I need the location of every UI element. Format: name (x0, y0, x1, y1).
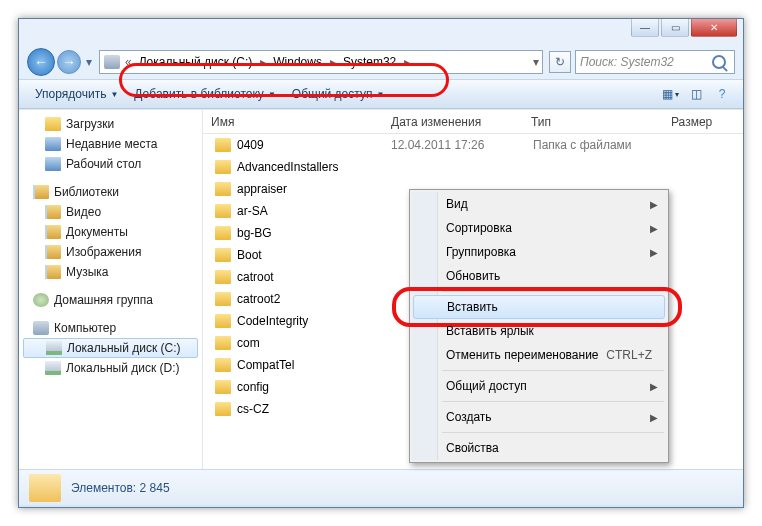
column-date[interactable]: Дата изменения (383, 115, 523, 129)
ctx-new[interactable]: Создать▶ (412, 405, 666, 429)
ctx-undo-rename[interactable]: Отменить переименованиеCTRL+Z (412, 343, 666, 367)
library-icon (45, 245, 61, 259)
chevron-right-icon[interactable]: ▸ (327, 55, 339, 69)
breadcrumb-overflow[interactable]: « (122, 55, 135, 69)
file-name: config (237, 380, 269, 394)
folder-large-icon (29, 474, 61, 502)
context-separator (442, 432, 664, 433)
ctx-properties[interactable]: Свойства (412, 436, 666, 460)
minimize-button[interactable]: — (631, 19, 659, 37)
sidebar-homegroup[interactable]: Домашняя группа (19, 290, 202, 310)
homegroup-icon (33, 293, 49, 307)
navigation-bar: ← → ▾ « Локальный диск (C:) ▸ Windows ▸ … (19, 45, 743, 79)
folder-icon (215, 358, 231, 372)
file-name: cs-CZ (237, 402, 269, 416)
sidebar-videos[interactable]: Видео (19, 202, 202, 222)
column-name[interactable]: Имя (203, 115, 383, 129)
submenu-arrow-icon: ▶ (650, 199, 658, 210)
folder-icon (215, 314, 231, 328)
drive-icon (46, 341, 62, 355)
nav-forward-button[interactable]: → (57, 50, 81, 74)
ctx-sort[interactable]: Сортировка▶ (412, 216, 666, 240)
submenu-arrow-icon: ▶ (650, 381, 658, 392)
maximize-button[interactable]: ▭ (661, 19, 689, 37)
share-menu[interactable]: Общий доступ▼ (284, 80, 393, 108)
sidebar-pictures[interactable]: Изображения (19, 242, 202, 262)
search-icon (712, 55, 726, 69)
folder-icon (215, 336, 231, 350)
navigation-sidebar: Загрузки Недавние места Рабочий стол Биб… (19, 110, 203, 469)
sidebar-computer[interactable]: Компьютер (19, 318, 202, 338)
library-icon (45, 265, 61, 279)
file-name: catroot (237, 270, 274, 284)
folder-icon (215, 160, 231, 174)
folder-icon (215, 182, 231, 196)
folder-icon (215, 204, 231, 218)
context-menu: Вид▶ Сортировка▶ Группировка▶ Обновить В… (409, 189, 669, 463)
status-bar: Элементов: 2 845 (19, 469, 743, 505)
nav-history-dropdown[interactable]: ▾ (83, 51, 95, 73)
file-name: Boot (237, 248, 262, 262)
titlebar: — ▭ ✕ (19, 19, 743, 45)
column-type[interactable]: Тип (523, 115, 663, 129)
nav-back-button[interactable]: ← (27, 48, 55, 76)
submenu-arrow-icon: ▶ (650, 223, 658, 234)
sidebar-drive-c[interactable]: Локальный диск (C:) (23, 338, 198, 358)
ctx-refresh[interactable]: Обновить (412, 264, 666, 288)
file-name: CodeIntegrity (237, 314, 308, 328)
file-row[interactable]: AdvancedInstallers (203, 156, 743, 178)
chevron-right-icon[interactable]: ▸ (257, 55, 269, 69)
file-name: AdvancedInstallers (237, 160, 338, 174)
chevron-right-icon[interactable]: ▸ (401, 55, 413, 69)
sidebar-libraries-header[interactable]: Библиотеки (19, 182, 202, 202)
address-dropdown-icon[interactable]: ▾ (530, 55, 542, 69)
sidebar-downloads[interactable]: Загрузки (19, 114, 202, 134)
desktop-icon (45, 157, 61, 171)
breadcrumb-system32[interactable]: System32 (339, 51, 401, 73)
sidebar-desktop[interactable]: Рабочий стол (19, 154, 202, 174)
column-headers: Имя Дата изменения Тип Размер (203, 110, 743, 134)
sidebar-recent[interactable]: Недавние места (19, 134, 202, 154)
ctx-share[interactable]: Общий доступ▶ (412, 374, 666, 398)
folder-icon (215, 226, 231, 240)
computer-icon (33, 321, 49, 335)
refresh-button[interactable]: ↻ (549, 51, 571, 73)
submenu-arrow-icon: ▶ (650, 412, 658, 423)
file-type: Папка с файлами (533, 138, 632, 152)
search-placeholder: Поиск: System32 (580, 55, 674, 69)
sidebar-music[interactable]: Музыка (19, 262, 202, 282)
column-size[interactable]: Размер (663, 115, 743, 129)
shortcut-label: CTRL+Z (606, 348, 652, 362)
organize-menu[interactable]: Упорядочить▼ (27, 80, 126, 108)
command-toolbar: Упорядочить▼ Добавить в библиотеку▼ Общи… (19, 79, 743, 109)
search-input[interactable]: Поиск: System32 (575, 50, 735, 74)
folder-icon (215, 138, 231, 152)
file-row[interactable]: 040912.04.2011 17:26Папка с файлами (203, 134, 743, 156)
drive-icon (45, 361, 61, 375)
help-button[interactable]: ? (709, 83, 735, 105)
file-name: bg-BG (237, 226, 272, 240)
folder-icon (215, 402, 231, 416)
sidebar-drive-d[interactable]: Локальный диск (D:) (19, 358, 202, 378)
folder-icon (215, 248, 231, 262)
breadcrumb-windows[interactable]: Windows (269, 51, 327, 73)
close-button[interactable]: ✕ (691, 19, 737, 37)
view-options-button[interactable]: ▦▾ (657, 83, 683, 105)
folder-icon (215, 380, 231, 394)
ctx-paste[interactable]: Вставить (413, 295, 665, 319)
library-icon (45, 225, 61, 239)
add-to-library-menu[interactable]: Добавить в библиотеку▼ (126, 80, 283, 108)
file-name: appraiser (237, 182, 287, 196)
ctx-view[interactable]: Вид▶ (412, 192, 666, 216)
breadcrumb-c[interactable]: Локальный диск (C:) (135, 51, 258, 73)
file-name: catroot2 (237, 292, 280, 306)
ctx-paste-shortcut[interactable]: Вставить ярлык (412, 319, 666, 343)
libraries-icon (33, 185, 49, 199)
file-date: 12.04.2011 17:26 (391, 138, 484, 152)
preview-pane-button[interactable]: ◫ (683, 83, 709, 105)
ctx-group[interactable]: Группировка▶ (412, 240, 666, 264)
folder-icon (45, 117, 61, 131)
sidebar-documents[interactable]: Документы (19, 222, 202, 242)
address-bar[interactable]: « Локальный диск (C:) ▸ Windows ▸ System… (99, 50, 543, 74)
window-frame: — ▭ ✕ ← → ▾ « Локальный диск (C:) ▸ Wind… (18, 18, 744, 508)
